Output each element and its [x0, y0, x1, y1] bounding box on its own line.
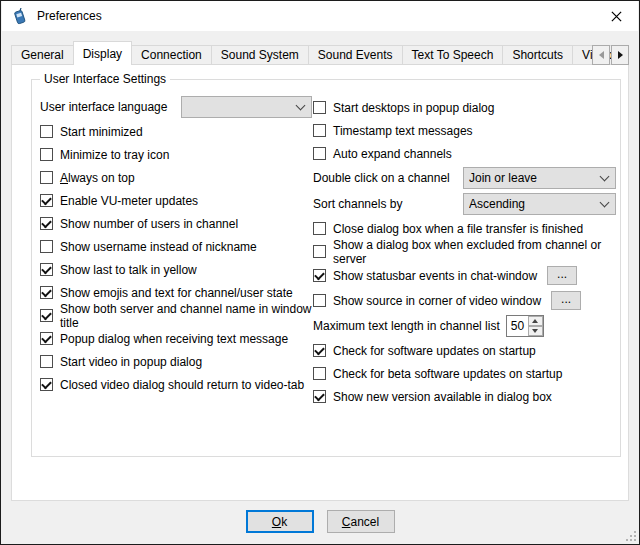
sort-channels-label: Sort channels by — [313, 197, 402, 211]
checkbox-label: Show number of users in channel — [60, 217, 238, 231]
row-language: User interface language — [40, 93, 312, 120]
max-text-length-spinbox[interactable]: 50 — [506, 315, 544, 337]
statusbar-events-browse-button[interactable]: ... — [547, 266, 577, 285]
checkbox-check-software-updates[interactable] — [313, 344, 326, 357]
checkbox-label: Start minimized — [60, 125, 143, 139]
checkbox-statusbar-events[interactable] — [313, 269, 326, 282]
tab-scroll-left-button[interactable] — [592, 45, 610, 65]
checkbox-label: Show a dialog box when excluded from cha… — [333, 238, 616, 266]
checkbox-label: Check for software updates on startup — [333, 344, 536, 358]
arrow-right-icon — [618, 51, 623, 59]
double-click-combobox[interactable]: Join or leave — [463, 167, 616, 189]
checkbox-minimize-to-tray[interactable] — [40, 148, 53, 161]
tab-general[interactable]: General — [11, 45, 74, 65]
tab-text-to-speech[interactable]: Text To Speech — [402, 45, 504, 65]
checkbox-start-video-popup[interactable] — [40, 355, 53, 368]
checkbox-label: Show emojis and text for channel/user st… — [60, 286, 293, 300]
tab-sound-system[interactable]: Sound System — [211, 45, 309, 65]
row-max-text-length: Maximum text length in channel list 50 — [313, 313, 616, 339]
checkbox-show-last-to-talk[interactable] — [40, 263, 53, 276]
checkbox-always-on-top[interactable] — [40, 171, 53, 184]
tab-scroll-right-button[interactable] — [611, 45, 629, 65]
checkbox-label: Show last to talk in yellow — [60, 263, 197, 277]
chevron-down-icon — [600, 198, 610, 208]
close-button[interactable] — [604, 6, 628, 26]
row-timestamp-text-messages: Timestamp text messages — [313, 119, 616, 142]
checkbox-label: Minimize to tray icon — [60, 148, 169, 162]
row-minimize-to-tray: Minimize to tray icon — [40, 143, 312, 166]
arrow-down-icon — [532, 329, 538, 333]
row-closed-video-return: Closed video dialog should return to vid… — [40, 373, 312, 396]
checkbox-show-server-channel-title[interactable] — [40, 309, 53, 322]
row-popup-text-message: Popup dialog when receiving text message — [40, 327, 312, 350]
double-click-label: Double click on a channel — [313, 171, 450, 185]
checkbox-label: Close dialog box when a file transfer is… — [333, 222, 583, 236]
checkbox-label: Auto expand channels — [333, 147, 452, 161]
left-column: User interface language Start minimized … — [40, 93, 312, 396]
checkbox-label: Show username instead of nickname — [60, 240, 257, 254]
preferences-window: Preferences General Display Connection S… — [0, 0, 640, 545]
spinbox-buttons — [528, 316, 543, 336]
tab-shortcuts[interactable]: Shortcuts — [502, 45, 573, 65]
spin-up-button[interactable] — [528, 316, 543, 326]
row-always-on-top: Always on top — [40, 166, 312, 189]
checkbox-label: Show both server and channel name in win… — [60, 302, 312, 330]
row-show-last-to-talk: Show last to talk in yellow — [40, 258, 312, 281]
checkbox-closed-video-return[interactable] — [40, 378, 53, 391]
checkbox-enable-vu-meter[interactable] — [40, 194, 53, 207]
language-combobox[interactable] — [181, 96, 312, 118]
row-show-username: Show username instead of nickname — [40, 235, 312, 258]
checkbox-label: Closed video dialog should return to vid… — [60, 378, 304, 392]
arrow-up-icon — [532, 319, 538, 323]
resize-grip-icon[interactable] — [634, 539, 636, 541]
spinbox-value[interactable]: 50 — [507, 316, 528, 336]
checkbox-show-number-of-users[interactable] — [40, 217, 53, 230]
row-auto-expand-channels: Auto expand channels — [313, 142, 616, 165]
row-start-video-popup: Start video in popup dialog — [40, 350, 312, 373]
tab-connection[interactable]: Connection — [131, 45, 212, 65]
checkbox-popup-text-message[interactable] — [40, 332, 53, 345]
ok-button[interactable]: Ok — [246, 510, 314, 533]
checkbox-label: Enable VU-meter updates — [60, 194, 198, 208]
arrow-left-icon — [599, 51, 604, 59]
combobox-value: Join or leave — [469, 171, 601, 185]
right-column: Start desktops in popup dialog Timestamp… — [313, 96, 616, 408]
checkbox-show-dialog-excluded[interactable] — [313, 245, 326, 258]
video-source-browse-button[interactable]: ... — [551, 291, 581, 310]
tab-display[interactable]: Display — [73, 41, 132, 65]
checkbox-check-beta-updates[interactable] — [313, 367, 326, 380]
row-enable-vu-meter: Enable VU-meter updates — [40, 189, 312, 212]
cancel-button-label: Cancel — [342, 515, 379, 529]
close-icon — [611, 11, 622, 22]
row-start-desktops-popup: Start desktops in popup dialog — [313, 96, 616, 119]
groupbox-user-interface-settings: User Interface Settings User interface l… — [31, 79, 621, 457]
checkbox-auto-expand-channels[interactable] — [313, 147, 326, 160]
checkbox-label: Show statusbar events in chat-window — [333, 269, 537, 283]
tab-bar: General Display Connection Sound System … — [11, 41, 629, 65]
checkbox-start-minimized[interactable] — [40, 125, 53, 138]
checkbox-close-dialog-file-transfer[interactable] — [313, 222, 326, 235]
checkbox-label: Timestamp text messages — [333, 124, 473, 138]
checkbox-video-source-corner[interactable] — [313, 294, 326, 307]
checkbox-label: Start video in popup dialog — [60, 355, 202, 369]
tab-scroll-buttons — [591, 45, 629, 65]
tab-pane-display: User Interface Settings User interface l… — [11, 64, 629, 501]
checkbox-show-username[interactable] — [40, 240, 53, 253]
chevron-down-icon — [600, 172, 610, 182]
checkbox-timestamp-text-messages[interactable] — [313, 124, 326, 137]
spin-down-button[interactable] — [528, 326, 543, 336]
row-sort-channels: Sort channels by Ascending — [313, 191, 616, 217]
dialog-button-row: Ok Cancel — [1, 510, 639, 534]
checkbox-label: Popup dialog when receiving text message — [60, 332, 288, 346]
checkbox-start-desktops-popup[interactable] — [313, 101, 326, 114]
row-start-minimized: Start minimized — [40, 120, 312, 143]
checkbox-show-emojis[interactable] — [40, 286, 53, 299]
row-show-dialog-excluded: Show a dialog box when excluded from cha… — [313, 240, 616, 263]
cancel-button[interactable]: Cancel — [327, 510, 395, 533]
row-statusbar-events: Show statusbar events in chat-window ... — [313, 263, 616, 288]
checkbox-show-new-version[interactable] — [313, 390, 326, 403]
tab-sound-events[interactable]: Sound Events — [308, 45, 403, 65]
groupbox-title: User Interface Settings — [40, 72, 170, 86]
row-show-number-of-users: Show number of users in channel — [40, 212, 312, 235]
sort-channels-combobox[interactable]: Ascending — [463, 193, 616, 215]
